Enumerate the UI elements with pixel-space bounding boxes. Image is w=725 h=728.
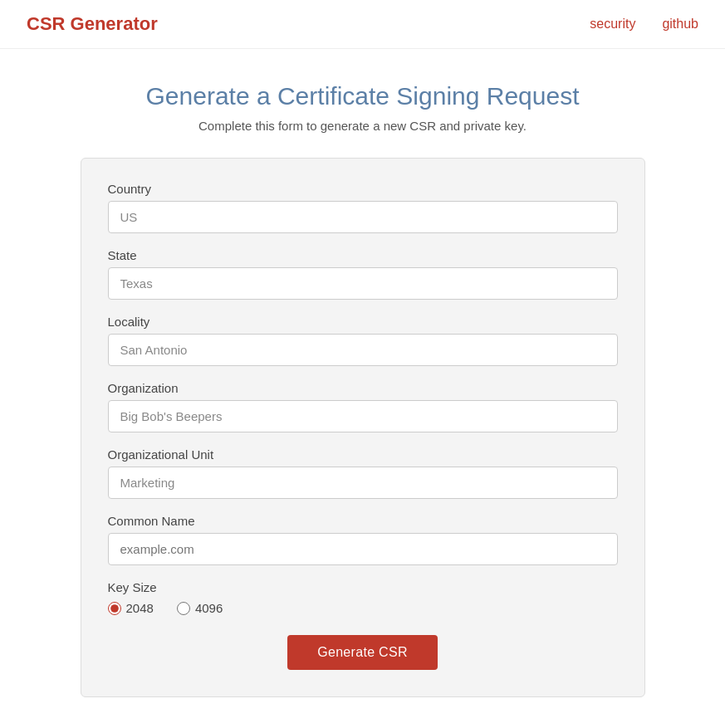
locality-group: Locality: [108, 315, 618, 366]
country-group: Country: [108, 182, 618, 233]
locality-input[interactable]: [108, 334, 618, 366]
generate-csr-button[interactable]: Generate CSR: [287, 635, 438, 670]
key-size-label: Key Size: [108, 580, 618, 594]
brand-logo[interactable]: CSR Generator: [27, 13, 158, 35]
country-label: Country: [108, 182, 618, 196]
state-group: State: [108, 248, 618, 300]
organization-group: Organization: [108, 381, 618, 432]
state-input[interactable]: [108, 267, 618, 300]
common-name-label: Common Name: [108, 514, 618, 528]
state-label: State: [108, 248, 618, 262]
radio-4096[interactable]: [177, 602, 190, 615]
form-card: Country State Locality Organization Orga…: [81, 158, 645, 697]
radio-options: 2048 4096: [108, 601, 618, 615]
radio-4096-label: 4096: [195, 601, 223, 615]
locality-label: Locality: [108, 315, 618, 329]
github-link[interactable]: github: [662, 17, 698, 32]
security-link[interactable]: security: [590, 17, 635, 32]
key-size-group: Key Size 2048 4096: [108, 580, 618, 615]
organization-input[interactable]: [108, 400, 618, 432]
radio-option-2048[interactable]: 2048: [108, 601, 154, 615]
common-name-input[interactable]: [108, 533, 618, 565]
main-content: Generate a Certificate Signing Request C…: [0, 49, 725, 728]
organization-label: Organization: [108, 381, 618, 395]
country-input[interactable]: [108, 201, 618, 233]
nav-links: security github: [590, 17, 698, 32]
org-unit-label: Organizational Unit: [108, 447, 618, 462]
page-subtitle: Complete this form to generate a new CSR…: [198, 119, 527, 133]
radio-2048-label: 2048: [126, 601, 154, 615]
radio-option-4096[interactable]: 4096: [177, 601, 223, 615]
org-unit-input[interactable]: [108, 467, 618, 499]
navbar: CSR Generator security github: [0, 0, 725, 49]
page-title: Generate a Certificate Signing Request: [146, 82, 580, 110]
common-name-group: Common Name: [108, 514, 618, 565]
org-unit-group: Organizational Unit: [108, 447, 618, 499]
radio-2048[interactable]: [108, 602, 121, 615]
